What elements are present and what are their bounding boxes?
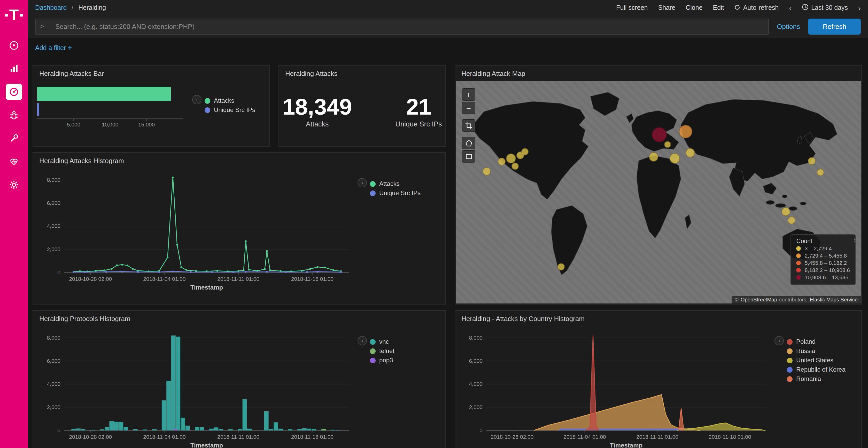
breadcrumb-dashboard-link[interactable]: Dashboard — [35, 4, 67, 11]
svg-text:6,000: 6,000 — [469, 358, 483, 364]
sidebar-item-dashboard[interactable] — [6, 83, 22, 100]
legend-collapse-icon[interactable]: › — [854, 237, 856, 243]
legend-item[interactable]: United States — [787, 357, 859, 364]
sidebar-item-tools[interactable] — [6, 130, 22, 146]
map-marker[interactable] — [557, 264, 565, 271]
legend-item[interactable]: Russia — [787, 347, 859, 354]
map-marker[interactable] — [670, 153, 680, 164]
svg-text:6,000: 6,000 — [47, 200, 60, 206]
svg-text:0: 0 — [57, 427, 60, 433]
map-marker[interactable] — [498, 158, 506, 165]
map-zoom-in-button[interactable]: + — [462, 88, 475, 101]
add-filter-link[interactable]: Add a filter+ — [35, 44, 72, 51]
time-picker-button[interactable]: Last 30 days — [802, 4, 848, 12]
sidebar-item-honeypot[interactable] — [6, 107, 22, 123]
legend-item[interactable]: 10,908.6 – 13,635 — [797, 274, 850, 280]
map-marker[interactable] — [781, 207, 790, 216]
legend-item[interactable]: Romania — [787, 375, 859, 382]
legend-expand-icon[interactable]: › — [774, 336, 784, 345]
legend-label: Poland — [796, 338, 815, 345]
legend-item[interactable]: 3 – 2,729.4 — [797, 245, 850, 251]
sidebar-item-settings[interactable] — [6, 176, 22, 193]
protocols-histogram-chart[interactable]: 02,0004,0006,0008,0002018-10-28 02:00201… — [35, 325, 355, 448]
chart-legend: AttacksUnique Src IPs — [205, 97, 267, 113]
legend-label: vnc — [379, 338, 389, 345]
telekom-logo[interactable]: T — [0, 0, 28, 30]
legend-item[interactable]: Unique Src IPs — [370, 189, 443, 197]
legend-item[interactable]: telnet — [370, 347, 443, 354]
legend-expand-icon[interactable]: › — [358, 178, 367, 187]
map-marker[interactable] — [679, 125, 692, 139]
legend-label: 2,729.4 – 5,455.8 — [805, 252, 847, 259]
refresh-button[interactable]: Refresh — [808, 19, 861, 35]
gear-icon — [9, 180, 19, 190]
top-nav: Dashboard / Heralding Full screen Share … — [28, 0, 868, 15]
map-marker[interactable] — [808, 157, 815, 165]
panel-heralding-attacks-bar: Heralding Attacks Bar 5,00010,00015,000 … — [33, 65, 270, 146]
map-marker[interactable] — [506, 154, 516, 164]
openstreetmap-link[interactable]: OpenStreetMap — [741, 297, 777, 303]
time-back-chevron[interactable]: ‹ — [789, 4, 792, 12]
options-link[interactable]: Options — [777, 23, 800, 30]
map-marker[interactable] — [817, 169, 824, 176]
legend-item[interactable]: 8,182.2 – 10,908.6 — [797, 267, 850, 273]
elastic-maps-service-link[interactable]: Elastic Maps Service — [810, 297, 858, 303]
map-marker[interactable] — [521, 148, 529, 156]
legend-label: 5,455.8 – 8,182.2 — [805, 260, 847, 266]
panel-heralding-protocols-histogram: Heralding Protocols Histogram 02,0004,00… — [33, 310, 446, 448]
map-fit-bounds-button[interactable] — [462, 119, 475, 132]
country-histogram-chart[interactable]: 02,0004,0006,0008,0002018-10-28 02:00201… — [457, 325, 772, 448]
legend-item[interactable]: Republic of Korea — [787, 366, 859, 373]
legend-item[interactable]: Poland — [787, 338, 859, 345]
legend-item[interactable]: Unique Src IPs — [205, 106, 267, 113]
map-marker[interactable] — [512, 162, 519, 170]
attacks-bar-chart[interactable]: 5,00010,00015,000 — [35, 79, 190, 133]
legend-item[interactable]: vnc — [370, 338, 443, 345]
svg-text:2018-10-28 02:00: 2018-10-28 02:00 — [69, 276, 112, 282]
time-forward-chevron[interactable]: › — [858, 4, 861, 12]
svg-text:2018-11-18 01:00: 2018-11-18 01:00 — [709, 434, 751, 440]
map-marker[interactable] — [649, 152, 658, 162]
chart-legend: vnctelnetpop3 — [370, 338, 443, 364]
legend-expand-icon[interactable]: › — [192, 95, 202, 104]
search-input[interactable] — [35, 19, 769, 35]
legend-label: Unique Src IPs — [379, 189, 421, 197]
panel-title: Heralding Attacks — [279, 66, 445, 79]
logo-letter: T — [9, 7, 19, 23]
svg-text:2018-11-11 01:00: 2018-11-11 01:00 — [217, 276, 259, 282]
map-marker[interactable] — [483, 167, 491, 175]
svg-text:4,000: 4,000 — [47, 223, 60, 229]
map-marker[interactable] — [686, 148, 695, 158]
map-legend-title: Count — [797, 238, 850, 244]
legend-item[interactable]: pop3 — [370, 357, 443, 364]
legend-expand-icon[interactable]: › — [358, 336, 367, 345]
map-marker[interactable] — [652, 127, 667, 142]
auto-refresh-button[interactable]: Auto-refresh — [735, 4, 779, 12]
edit-button[interactable]: Edit — [713, 4, 724, 11]
svg-text:15,000: 15,000 — [138, 122, 155, 128]
map-zoom-out-button[interactable]: − — [462, 102, 475, 114]
map-draw-rectangle-button[interactable] — [462, 150, 475, 163]
logo-square — [20, 14, 23, 16]
legend-item[interactable]: 5,455.8 – 8,182.2 — [797, 260, 850, 266]
legend-item[interactable]: Attacks — [205, 97, 267, 104]
share-button[interactable]: Share — [658, 4, 676, 11]
map-controls: + − — [462, 88, 475, 168]
metric-group: 18,349 Attacks 21 Unique Src IPs — [279, 79, 445, 128]
attack-map[interactable]: + − Count — [456, 81, 861, 304]
panel-title: Heralding - Attacks by Country Histogram — [455, 311, 861, 325]
crop-icon — [465, 122, 472, 129]
full-screen-button[interactable]: Full screen — [616, 4, 648, 11]
sidebar-item-discover[interactable] — [6, 37, 22, 54]
clone-button[interactable]: Clone — [686, 4, 703, 11]
map-marker[interactable] — [788, 216, 796, 224]
attacks-histogram-chart[interactable]: 02,0004,0006,0008,0002018-10-28 02:00201… — [35, 167, 355, 297]
query-prompt-icon: >_ — [40, 23, 48, 30]
sidebar-item-visualize[interactable] — [6, 60, 22, 77]
legend-item[interactable]: Attacks — [370, 180, 443, 187]
legend-item[interactable]: 2,729.4 – 5,455.8 — [797, 252, 850, 259]
map-marker[interactable] — [664, 141, 671, 148]
logo-square — [5, 14, 8, 16]
sidebar-item-health[interactable] — [6, 153, 22, 170]
map-draw-polygon-button[interactable] — [462, 137, 475, 149]
